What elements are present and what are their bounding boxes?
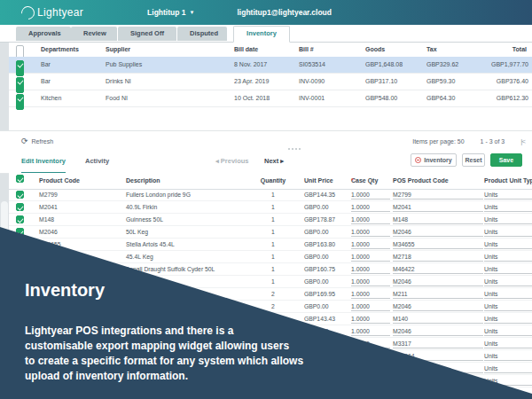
cell-product-code: M148 (39, 214, 54, 225)
row-checkbox[interactable] (16, 94, 24, 110)
product-unit-type-input[interactable]: Units (484, 276, 532, 286)
row-checkbox[interactable] (16, 203, 24, 211)
cell-description: Guinness 50L (126, 214, 163, 225)
tab-disputed[interactable]: Disputed (177, 27, 227, 41)
first-page-icon[interactable]: |< (520, 137, 525, 145)
pagination: Items per page: 50 1 - 3 of 3 |< (412, 131, 525, 151)
table-row[interactable]: M2799 Fullers London pride 9G 1 GBP144.3… (9, 189, 532, 201)
cell-department: Bar (41, 57, 51, 73)
cell-unit-price: GBP178.87 (304, 214, 335, 225)
tab-edit-inventory[interactable]: Edit Inventory (21, 150, 66, 174)
save-button[interactable]: Save (490, 153, 522, 167)
tab-signed-off[interactable]: Signed Off (118, 27, 176, 41)
col-bill-date: Bill date (234, 42, 258, 57)
case-qty-input[interactable]: 1.0000 (351, 226, 390, 237)
case-qty-input[interactable]: 1.0000 (351, 189, 390, 200)
org-selector[interactable]: Lightitup 1 ▼ (147, 8, 194, 17)
tab-inventory[interactable]: Inventory (233, 26, 290, 43)
case-qty-input[interactable]: 1.0000 (351, 301, 390, 311)
cell-goods: GBP317.10 (365, 74, 397, 90)
required-asterisk: * (351, 173, 354, 189)
product-unit-type-input[interactable]: Units (484, 214, 532, 224)
product-unit-type-input[interactable]: Units (484, 239, 532, 249)
product-unit-type-input[interactable]: Units (484, 313, 532, 324)
product-unit-type-input[interactable]: Units (484, 263, 532, 274)
col-departments: Departments (41, 42, 79, 57)
pos-product-code-input[interactable]: M2046 (393, 325, 483, 336)
product-unit-type-input[interactable]: Units (484, 363, 532, 373)
cell-quantity: 1 (255, 226, 291, 238)
product-unit-type-input[interactable]: Units (484, 251, 532, 262)
items-per-page[interactable]: Items per page: 50 (412, 138, 464, 145)
cell-total: GBP1,977.70 (491, 57, 528, 73)
cell-quantity: 1 (255, 276, 291, 287)
product-unit-type-input[interactable]: Units (484, 288, 532, 299)
tab-activity[interactable]: Activity (85, 150, 109, 172)
cell-bill-date: 23 Apr. 2019 (234, 74, 269, 90)
cell-bill-number: SI053514 (299, 57, 325, 73)
tab-review[interactable]: Review (71, 27, 117, 41)
product-unit-type-input[interactable]: Units (484, 226, 532, 237)
bills-table-header: Departments Supplier Bill date Bill # Go… (9, 42, 532, 58)
table-row[interactable]: Bar Pub Supplies 8 Nov. 2017 SI053514 GB… (9, 57, 532, 74)
items-per-page-value[interactable]: 50 (458, 138, 465, 145)
case-qty-input[interactable]: 1.0000 (351, 239, 390, 249)
table-row[interactable]: M148 Guinness 50L 1 GBP178.87 1.0000 M14… (9, 214, 532, 226)
product-unit-type-input[interactable]: Units (484, 189, 532, 200)
pos-product-code-input[interactable]: M2041 (393, 201, 483, 212)
product-unit-type-input[interactable]: Units (484, 338, 532, 348)
inventory-table-header: Product Code Description Quantity Unit P… (9, 173, 532, 190)
product-unit-type-input[interactable]: Units (484, 301, 532, 311)
cell-description: 50L Keg (126, 226, 148, 238)
pos-product-code-input[interactable]: M3317 (393, 338, 483, 348)
cell-quantity: 1 (255, 263, 291, 275)
case-qty-input[interactable]: 1.0000 (351, 214, 390, 224)
col-product-code: Product Code (39, 173, 80, 189)
pos-product-code-input[interactable]: M140 (393, 313, 483, 324)
row-checkbox[interactable] (16, 215, 24, 223)
pos-product-code-input[interactable]: M2046 (393, 226, 483, 237)
table-row[interactable]: Bar Drinks NI 23 Apr. 2019 INV-0090 GBP3… (9, 74, 532, 90)
cell-unit-price: GBP0.00 (304, 201, 329, 213)
table-row[interactable]: Kitchen Food NI 10 Oct. 2018 INV-0001 GB… (9, 90, 532, 107)
table-row[interactable]: M2046 50L Keg 1 GBP0.00 1.0000 M2046 Uni… (9, 226, 532, 239)
product-unit-type-input[interactable]: Units (484, 325, 532, 336)
cell-total: GBP612.30 (497, 90, 528, 106)
row-checkbox[interactable] (16, 191, 24, 199)
product-unit-type-input[interactable]: Units (484, 350, 532, 361)
cell-supplier: Pub Supplies (106, 57, 142, 73)
remove-inventory-button[interactable]: Inventory (411, 153, 457, 167)
cell-product-code: M2799 (39, 189, 58, 200)
case-qty-input[interactable]: 1.0000 (351, 313, 390, 324)
select-all-checkbox[interactable] (16, 175, 24, 183)
pos-product-code-input[interactable]: M2799 (393, 189, 483, 200)
table-row[interactable]: M2041 40.9L Firkin 1 GBP0.00 1.0000 M204… (9, 201, 532, 214)
previous-button[interactable]: ◂ Previous (215, 150, 249, 172)
product-unit-type-input[interactable]: Units (484, 201, 532, 212)
case-qty-input[interactable]: 1.0000 (351, 325, 390, 336)
case-qty-input[interactable]: 1.0000 (351, 276, 390, 286)
cell-unit-price: GBP0.00 (304, 226, 329, 238)
pos-product-code-input[interactable]: M46422 (393, 263, 483, 274)
col-supplier: Supplier (106, 42, 130, 57)
pos-product-code-input[interactable]: M2718 (393, 251, 483, 262)
pos-product-code-input[interactable]: M2046 (393, 301, 483, 311)
case-qty-input[interactable]: 1.0000 (351, 201, 390, 212)
reset-button[interactable]: Reset (462, 153, 485, 167)
refresh-label: Refresh (32, 138, 54, 145)
table-row[interactable]: M34655 Stella Artois 45.4L 1 GBP163.80 1… (9, 239, 532, 251)
cell-total: GBP376.40 (497, 74, 528, 90)
case-qty-input[interactable]: 1.0000 (351, 263, 390, 274)
tab-approvals[interactable]: Approvals (16, 27, 71, 41)
pos-product-code-input[interactable]: M2046 (393, 276, 483, 286)
case-qty-input[interactable]: 1.0000 (351, 251, 390, 262)
case-qty-input[interactable]: 1.0000 (351, 288, 390, 299)
pos-product-code-input[interactable]: M34655 (393, 239, 483, 249)
next-button[interactable]: Next ▸ (264, 150, 284, 172)
refresh-button[interactable]: ⟳ Refresh (21, 131, 53, 151)
col-quantity: Quantity (255, 173, 291, 189)
user-email: lightitup1@lightyear.cloud (237, 8, 332, 17)
table-toolbar: ⟳ Refresh Items per page: 50 1 - 3 of 3 … (0, 130, 532, 152)
pos-product-code-input[interactable]: M148 (393, 214, 483, 224)
pos-product-code-input[interactable]: M211 (393, 288, 483, 299)
